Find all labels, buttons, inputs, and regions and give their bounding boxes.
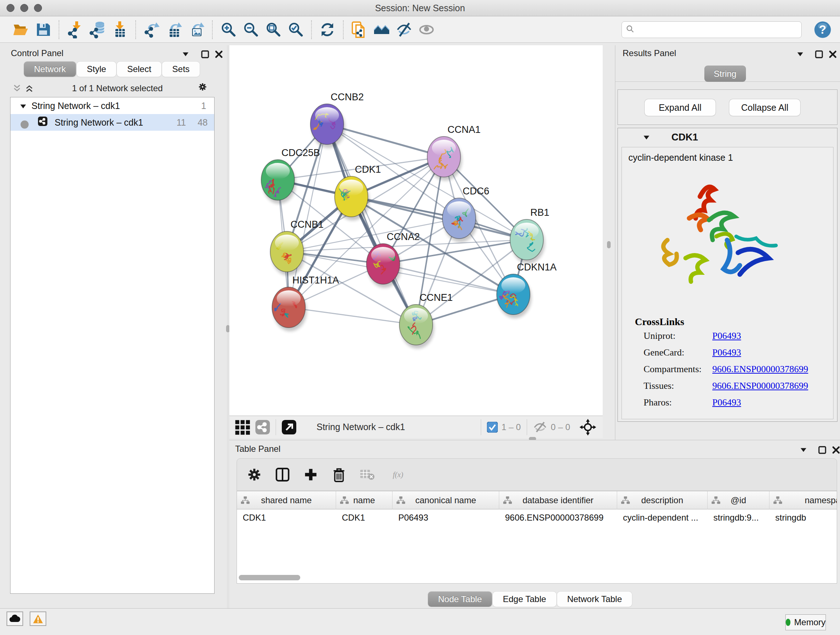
- float-panel-icon[interactable]: [201, 50, 210, 59]
- show-all-button[interactable]: [415, 19, 438, 40]
- cell-@id[interactable]: stringdb:9...: [707, 509, 769, 526]
- tab-style[interactable]: Style: [77, 62, 116, 77]
- open-file-button[interactable]: [9, 19, 32, 40]
- collapse-panel-icon[interactable]: [796, 50, 805, 59]
- column-header-shared-name[interactable]: shared name: [237, 491, 336, 509]
- node-cdk1[interactable]: [335, 176, 369, 220]
- crosslink-link[interactable]: 9606.ENSP00000378699: [712, 364, 808, 375]
- import-table-file-button[interactable]: [109, 19, 131, 40]
- right-splitter[interactable]: [603, 45, 615, 440]
- node-ccna2[interactable]: [366, 244, 401, 288]
- export-image-button[interactable]: [185, 19, 208, 40]
- save-session-button[interactable]: [32, 19, 54, 40]
- export-table-button[interactable]: [163, 19, 185, 40]
- collapse-panel-icon[interactable]: [799, 445, 808, 455]
- column-header-database-identifier[interactable]: database identifier: [499, 491, 617, 509]
- float-panel-icon[interactable]: [818, 445, 827, 455]
- network-canvas[interactable]: CCNB2CCNA1CDC25BCDK1CDC6RB1CCNB1CCNA2CDK…: [229, 45, 603, 416]
- tab-sets[interactable]: Sets: [162, 62, 200, 77]
- expand-all-button[interactable]: Expand All: [645, 99, 715, 116]
- column-header-namespace[interactable]: namespace: [769, 491, 837, 509]
- node-cdkn1a[interactable]: [497, 274, 531, 318]
- memory-button[interactable]: Memory: [785, 614, 826, 630]
- node-rb1[interactable]: [510, 219, 545, 264]
- collapse-all-button[interactable]: Collapse All: [729, 99, 800, 116]
- grid-mode-icon[interactable]: [234, 419, 250, 435]
- crosslink-link[interactable]: P06493: [712, 397, 741, 408]
- crosslink-link[interactable]: P06493: [712, 347, 741, 358]
- close-panel-icon[interactable]: [831, 445, 840, 455]
- collapse-all-networks-icon[interactable]: [12, 84, 22, 93]
- tab-node-table[interactable]: Node Table: [428, 592, 492, 607]
- warnings-button[interactable]: [30, 611, 46, 626]
- tab-edge-table[interactable]: Edge Table: [493, 592, 556, 607]
- table-options-icon[interactable]: [246, 466, 263, 483]
- cell-database-identifier[interactable]: 9606.ENSP00000378699: [499, 509, 617, 526]
- tab-network[interactable]: Network: [24, 62, 76, 77]
- network-type-icon: [38, 117, 50, 128]
- first-neighbors-button[interactable]: [370, 19, 393, 40]
- table-row[interactable]: CDK1CDK1P064939606.ENSP00000378699cyclin…: [237, 509, 837, 526]
- horizontal-scrollbar-thumb[interactable]: [239, 575, 300, 580]
- cell-namespace[interactable]: stringdb: [769, 509, 837, 526]
- float-panel-icon[interactable]: [814, 50, 824, 59]
- gene-expander-icon[interactable]: [642, 133, 651, 141]
- cell-shared-name[interactable]: CDK1: [237, 509, 336, 526]
- table-panel: Table Panel f(x) shared namenamecanonica…: [229, 440, 840, 608]
- cell-canonical-name[interactable]: P06493: [393, 509, 499, 526]
- left-splitter[interactable]: [227, 45, 229, 608]
- import-network-database-button[interactable]: [86, 19, 109, 40]
- hide-selected-button[interactable]: [393, 19, 415, 40]
- column-header-@id[interactable]: @id: [707, 491, 769, 509]
- node-hist1h1a[interactable]: [271, 287, 307, 331]
- network-list-options-icon[interactable]: [198, 82, 210, 95]
- gene-section-header[interactable]: CDK1: [618, 128, 837, 146]
- node-ccne1[interactable]: [399, 304, 434, 348]
- zoom-fit-button[interactable]: [262, 19, 284, 40]
- column-header-name[interactable]: name: [336, 491, 393, 509]
- tab-string[interactable]: String: [704, 65, 746, 82]
- right-splitter-handle[interactable]: [607, 241, 611, 249]
- close-panel-icon[interactable]: [214, 50, 224, 59]
- expand-all-networks-icon[interactable]: [25, 84, 34, 93]
- zoom-in-button[interactable]: [217, 19, 240, 40]
- node-ccnb1[interactable]: [270, 231, 305, 276]
- search-box[interactable]: [622, 21, 802, 38]
- tab-network-table[interactable]: Network Table: [557, 592, 632, 607]
- birdseye-navigator-icon[interactable]: [579, 419, 596, 435]
- cloud-button[interactable]: [6, 611, 23, 626]
- network-row[interactable]: String Network – cdk1 11 48: [11, 114, 214, 131]
- tab-select[interactable]: Select: [117, 62, 161, 77]
- new-network-from-selection-button[interactable]: [348, 19, 370, 40]
- zoom-selected-button[interactable]: [284, 19, 307, 40]
- help-button[interactable]: ?: [813, 20, 832, 39]
- node-cdc6[interactable]: [442, 198, 477, 242]
- node-ccnb2[interactable]: [310, 104, 345, 148]
- cell-name[interactable]: CDK1: [336, 509, 393, 526]
- column-header-canonical-name[interactable]: canonical name: [393, 491, 499, 509]
- import-network-file-button[interactable]: [64, 19, 86, 40]
- search-input[interactable]: [635, 24, 798, 35]
- crosslink-link[interactable]: 9606.ENSP00000378699: [712, 380, 808, 391]
- cell-description[interactable]: cyclin-dependent ...: [617, 509, 707, 526]
- toolbar-separator: [58, 20, 59, 39]
- show-columns-icon[interactable]: [274, 466, 291, 483]
- export-network-button[interactable]: [141, 19, 163, 40]
- network-graph[interactable]: CCNB2CCNA1CDC25BCDK1CDC6RB1CCNB1CCNA2CDK…: [229, 45, 603, 416]
- add-column-icon[interactable]: [302, 466, 319, 483]
- collection-expander-icon[interactable]: [19, 102, 27, 110]
- detach-view-icon[interactable]: [282, 420, 296, 434]
- column-header-description[interactable]: description: [617, 491, 707, 509]
- network-view-icon[interactable]: [256, 420, 270, 434]
- selected-checkbox-icon[interactable]: [487, 422, 498, 432]
- apply-layout-button[interactable]: [316, 19, 339, 40]
- network-collection-row[interactable]: String Network – cdk1 1: [11, 97, 214, 114]
- collapse-panel-icon[interactable]: [181, 50, 190, 59]
- node-ccna1[interactable]: [427, 136, 462, 181]
- delete-column-icon[interactable]: [330, 466, 347, 483]
- close-panel-icon[interactable]: [828, 50, 837, 59]
- crosslink-link[interactable]: P06493: [712, 331, 741, 341]
- node-table[interactable]: shared namenamecanonical namedatabase id…: [237, 491, 837, 584]
- zoom-out-button[interactable]: [240, 19, 262, 40]
- hidden-eye-icon[interactable]: [533, 421, 547, 433]
